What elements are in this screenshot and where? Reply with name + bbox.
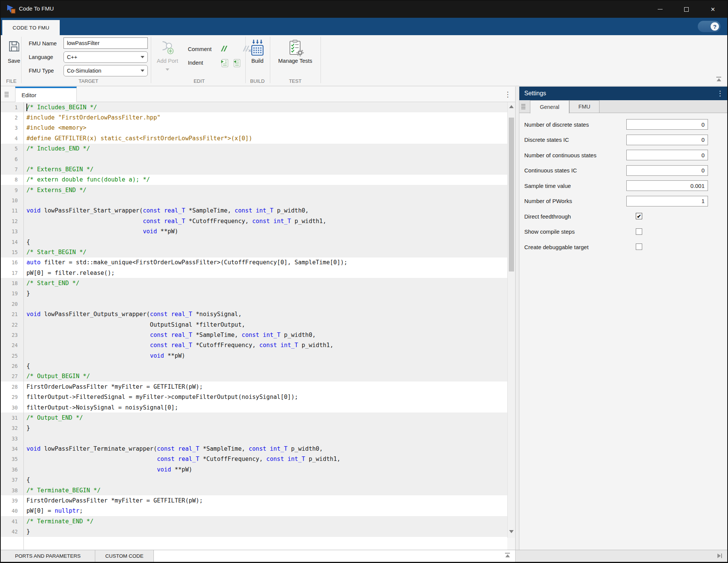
code-line-6: 6 [1,154,507,164]
line-number: 11 [1,208,23,214]
code-line-12: 12 const real_T *CutoffFrequency, const … [1,216,507,226]
code-text: /* Includes_END */ [23,145,90,152]
code-line-30[interactable]: 30filterOutput->NoisySignal = noisySigna… [1,402,507,413]
section-label-target: TARGET [79,78,98,84]
checkbox-0[interactable]: ✔ [636,213,642,219]
code-line-28[interactable]: 28FirstOrderLowPassFilter *myFilter = GE… [1,382,507,392]
field-label: Number of continuous states [519,152,596,158]
code-line-32: 32} [1,423,507,433]
line-number: 18 [1,280,23,286]
save-icon [8,40,21,53]
editor-scrollbar[interactable] [507,102,515,538]
fmu-name-input[interactable]: lowPassFilter [64,37,148,49]
build-button[interactable]: Build [251,58,263,64]
field-input-2[interactable] [626,150,708,160]
code-line-4[interactable]: 4#define GETFILTER(x) static_cast<FirstO… [1,133,507,143]
close-icon: ✕ [711,6,716,12]
tab-general[interactable]: General [530,100,569,113]
settings-kebab-icon[interactable]: ⋮ [717,90,723,97]
field-label: Number of PWorks [519,198,572,204]
collapse-panel-button[interactable] [505,553,510,557]
section-divider [245,37,246,83]
checkbox-1[interactable] [636,228,642,235]
code-line-10: 10 [1,195,507,205]
scroll-down-icon[interactable] [509,530,514,533]
code-line-29[interactable]: 29filterOutput->FilteredSignal = myFilte… [1,392,507,402]
code-text: FirstOrderLowPassFilter *myFilter = GETF… [23,497,203,504]
line-number: 42 [1,529,23,535]
tab-fmu[interactable]: FMU [569,100,599,113]
field-input-0[interactable] [626,119,708,130]
line-number: 39 [1,498,23,504]
settings-checkbox-row: Direct feedthrough✔ [519,209,728,224]
line-number: 5 [1,146,23,152]
code-line-26: 26{ [1,361,507,371]
language-dropdown[interactable]: C++ [64,51,148,63]
skip-end-icon[interactable] [717,554,722,558]
line-number: 34 [1,446,23,452]
uncomment-button[interactable]: ✕ [242,45,251,53]
code-line-2[interactable]: 2#include "FirstOrderLowPassFilter.hpp" [1,112,507,123]
language-value: C++ [67,54,77,60]
field-input-3[interactable] [626,165,708,176]
tab-editor[interactable]: Editor [15,87,77,102]
save-button[interactable]: Save [8,58,20,64]
code-editor[interactable]: 1/* Includes_BEGIN */2#include "FirstOrd… [1,102,507,550]
fmu-type-dropdown[interactable]: Co-Simulation [64,65,148,76]
code-line-38: 38/* Terminate_BEGIN */ [1,485,507,495]
panel-splitter[interactable] [515,87,519,550]
settings-field-row: Number of discrete states [519,117,728,132]
field-input-1[interactable] [626,135,708,145]
code-text: const real_T *CutoffFrequency, const int… [23,456,341,462]
code-line-21: 21void lowPassFilter_Outputs_wrapper(con… [1,309,507,319]
editor-kebab-icon[interactable]: ⋮ [504,91,511,98]
field-input-5[interactable] [626,196,708,206]
scrollbar-thumb[interactable] [509,118,514,271]
line-number: 4 [1,135,23,141]
code-text: { [23,476,30,483]
code-line-39[interactable]: 39FirstOrderLowPassFilter *myFilter = GE… [1,495,507,506]
code-line-8[interactable]: 8/* extern double func(double a); */ [1,175,507,185]
tab-ports-and-parameters[interactable]: PORTS AND PARAMETERS [1,550,95,562]
code-text: /* Externs_END */ [23,187,87,194]
field-label: Sample time value [519,183,571,189]
line-number: 38 [1,487,23,493]
line-number: 20 [1,301,23,307]
outdent-button[interactable] [232,59,242,68]
tab-custom-code[interactable]: CUSTOM CODE [95,550,154,562]
line-number: 26 [1,363,23,369]
build-icon [250,39,265,58]
fmu-type-label: FMU Type [29,68,54,74]
comment-button[interactable] [220,45,229,53]
code-line-40[interactable]: 40pW[0] = nullptr; [1,506,507,516]
field-label: Continuous states IC [519,167,577,174]
help-button[interactable]: ? [698,21,720,32]
code-line-23: 23 const real_T *SampleTime, const int_T… [1,330,507,340]
minimize-icon [658,9,663,10]
line-number: 7 [1,166,23,172]
code-text: FirstOrderLowPassFilter *myFilter = GETF… [23,383,203,390]
scroll-up-icon[interactable] [509,105,514,108]
add-port-button[interactable]: Add Port [157,58,178,64]
code-line-3[interactable]: 3#include <memory> [1,123,507,133]
help-icon: ? [711,22,719,31]
code-line-16[interactable]: 16auto filter = std::make_unique<FirstOr… [1,257,507,268]
indent-button[interactable] [220,59,229,68]
collapse-ribbon-button[interactable] [716,77,721,81]
ribbon-tab-code-to-fmu[interactable]: CODE TO FMU [2,20,60,35]
manage-tests-button[interactable]: Manage Tests [278,58,312,64]
drag-grip-icon[interactable] [521,104,525,109]
checkbox-2[interactable] [636,244,642,250]
code-text: #define GETFILTER(x) static_cast<FirstOr… [23,135,252,142]
code-line-17[interactable]: 17pW[0] = filter.release(); [1,268,507,278]
minimize-button[interactable] [649,1,671,18]
field-input-4[interactable] [626,180,708,191]
close-button[interactable]: ✕ [702,1,723,18]
line-number: 24 [1,342,23,348]
drag-grip-icon[interactable] [5,92,9,97]
code-text: const real_T *CutoffFrequency, const int… [23,342,333,349]
maximize-button[interactable] [676,1,697,18]
code-text: filterOutput->FilteredSignal = myFilter-… [23,394,298,400]
app-icon [6,4,16,14]
code-text: pW[0] = filter.release(); [23,270,115,276]
